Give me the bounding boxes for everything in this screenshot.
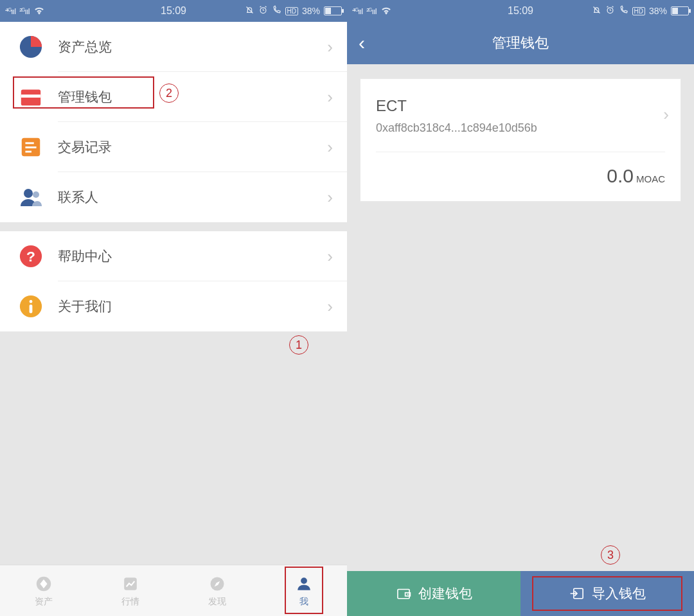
chevron-right-icon: › <box>663 105 669 125</box>
menu-item-about[interactable]: 关于我们 › <box>0 281 347 331</box>
menu-item-help[interactable]: ? 帮助中心 › <box>0 231 347 281</box>
wallet-plus-icon <box>395 585 412 602</box>
contacts-icon <box>18 184 44 210</box>
menu-item-tx-history[interactable]: 交易记录 › <box>0 122 347 172</box>
hd-icon: HD <box>285 7 298 15</box>
chevron-right-icon: › <box>327 247 333 267</box>
balance-amount: 0.0 <box>607 165 634 186</box>
battery-icon <box>671 6 689 15</box>
svg-rect-5 <box>25 142 33 144</box>
wallet-balance: 0.0MOAC <box>376 152 665 187</box>
bell-off-icon <box>245 5 254 17</box>
menu-label: 管理钱包 <box>58 88 327 106</box>
wifi-icon <box>380 6 392 17</box>
tab-label: 我 <box>299 596 308 608</box>
person-icon <box>294 574 314 594</box>
alarm-icon <box>605 5 615 17</box>
chevron-right-icon: › <box>327 188 333 207</box>
diamond-icon <box>34 574 53 594</box>
info-icon <box>18 294 44 319</box>
menu-section-2: ? 帮助中心 › 关于我们 › <box>0 231 347 331</box>
call-icon <box>619 5 628 17</box>
svg-rect-3 <box>21 94 40 98</box>
alarm-icon <box>258 5 268 17</box>
tab-discover[interactable]: 发现 <box>174 565 260 616</box>
button-label: 创建钱包 <box>418 585 472 603</box>
back-button[interactable]: ‹ <box>359 32 365 54</box>
menu-item-manage-wallet[interactable]: 管理钱包 2 › <box>0 72 347 122</box>
tab-bar: 资产 行情 发现 我 <box>0 565 347 616</box>
balance-unit: MOAC <box>636 173 665 184</box>
svg-point-8 <box>24 189 33 198</box>
annotation-circle-2: 2 <box>159 84 179 103</box>
wifi-icon <box>33 6 45 17</box>
status-bar: ⁴ᴳııl ²ᴳııl 15:09 HD 38% <box>347 0 694 22</box>
wallet-card[interactable]: ECT 0xaff8cb318c4...1c894e10d56b › 0.0MO… <box>360 78 681 202</box>
status-bar: ⁴ᴳııl ²ᴳııl 15:09 HD 38% <box>0 0 347 22</box>
chevron-right-icon: › <box>327 297 333 317</box>
create-wallet-button[interactable]: 创建钱包 <box>347 571 520 616</box>
wallet-address: 0xaff8cb318c4...1c894e10d56b <box>376 121 665 135</box>
hd-icon: HD <box>632 7 645 15</box>
screen-left: ⁴ᴳııl ²ᴳııl 15:09 HD 38% <box>0 0 347 616</box>
svg-rect-6 <box>25 146 36 148</box>
annotation-circle-1: 1 <box>289 335 308 355</box>
battery-pct: 38% <box>302 6 320 16</box>
menu-item-assets-overview[interactable]: 资产总览 › <box>0 22 347 72</box>
call-icon <box>272 5 281 17</box>
clock-text: 15:09 <box>508 5 533 17</box>
tab-market[interactable]: 行情 <box>87 565 174 616</box>
clock-text: 15:09 <box>161 5 186 17</box>
menu-label: 联系人 <box>58 188 327 206</box>
screen-right: ⁴ᴳııl ²ᴳııl 15:09 HD 38% ‹ 管理钱包 <box>347 0 694 616</box>
battery-pct: 38% <box>649 6 667 16</box>
menu-item-contacts[interactable]: 联系人 › <box>0 172 347 222</box>
menu-label: 帮助中心 <box>58 247 327 265</box>
signal-2g-icon: ²ᴳııl <box>366 6 376 16</box>
tab-assets[interactable]: 资产 <box>0 565 87 616</box>
compass-icon <box>208 574 227 594</box>
bell-off-icon <box>592 5 601 17</box>
import-icon <box>569 585 585 602</box>
svg-rect-14 <box>30 304 33 313</box>
help-icon: ? <box>18 243 44 269</box>
menu-label: 交易记录 <box>58 138 327 156</box>
signal-4g-icon: ⁴ᴳııl <box>5 6 15 16</box>
tab-label: 资产 <box>35 596 53 608</box>
wallet-name: ECT <box>376 97 665 115</box>
chevron-right-icon: › <box>327 87 333 107</box>
svg-text:?: ? <box>26 248 35 265</box>
svg-point-13 <box>30 300 33 303</box>
import-wallet-button[interactable]: 导入钱包 <box>520 571 694 616</box>
menu-section-1: 资产总览 › 管理钱包 2 › 交易记录 › 联系人 <box>0 22 347 222</box>
chart-line-icon <box>121 574 140 594</box>
tab-label: 行情 <box>121 596 139 608</box>
chevron-right-icon: › <box>327 137 333 157</box>
wallet-icon <box>18 84 44 110</box>
action-row: 创建钱包 导入钱包 <box>347 571 694 616</box>
tab-me[interactable]: 我 <box>260 565 347 616</box>
app-header: ‹ 管理钱包 <box>347 22 694 64</box>
list-icon <box>18 134 44 160</box>
button-label: 导入钱包 <box>592 585 646 603</box>
signal-2g-icon: ²ᴳııl <box>19 6 29 16</box>
svg-point-18 <box>301 577 307 584</box>
chevron-right-icon: › <box>327 37 333 57</box>
svg-rect-2 <box>21 90 40 106</box>
pie-chart-icon <box>18 34 44 60</box>
svg-point-9 <box>33 191 39 198</box>
signal-4g-icon: ⁴ᴳııl <box>352 6 362 16</box>
header-title: 管理钱包 <box>492 33 549 53</box>
menu-label: 关于我们 <box>58 297 327 315</box>
menu-label: 资产总览 <box>58 38 327 56</box>
battery-icon <box>324 6 342 15</box>
annotation-circle-3: 3 <box>601 545 620 565</box>
svg-point-22 <box>407 594 409 595</box>
tab-label: 发现 <box>208 596 226 608</box>
svg-rect-7 <box>25 151 31 153</box>
